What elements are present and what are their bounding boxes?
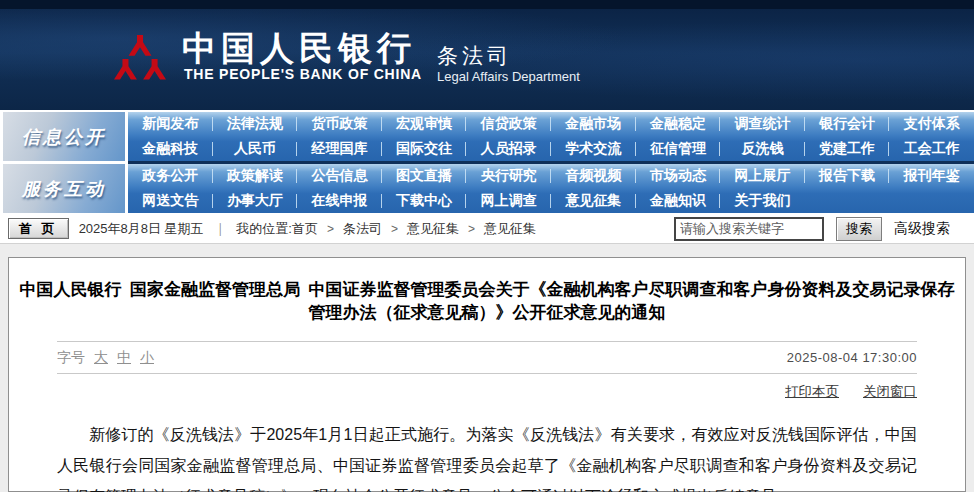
breadcrumb-link[interactable]: 首页 bbox=[292, 220, 318, 238]
location-label: 我的位置: bbox=[236, 220, 292, 238]
nav-item[interactable]: 人民币 bbox=[213, 137, 298, 162]
nav-row: 网送文告 办事大厅 在线申报 下载中心 网上调查 意见征集 金融知识 关于我们 bbox=[128, 189, 974, 214]
nav-item[interactable]: 新闻发布 bbox=[128, 112, 213, 137]
nav-item[interactable]: 市场动态 bbox=[636, 164, 721, 189]
nav-row: 新闻发布 法律法规 货币政策 宏观审慎 信贷政策 金融市场 金融稳定 调查统计 … bbox=[128, 112, 974, 137]
nav-item[interactable]: 办事大厅 bbox=[213, 189, 298, 214]
main-navigation: 信息公开 新闻发布 法律法规 货币政策 宏观审慎 信贷政策 金融市场 金融稳定 … bbox=[0, 110, 974, 214]
nav-item[interactable]: 网送文告 bbox=[128, 189, 213, 214]
search-input[interactable] bbox=[674, 217, 824, 241]
nav-item[interactable]: 法律法规 bbox=[213, 112, 298, 137]
nav-item[interactable]: 央行研究 bbox=[466, 164, 551, 189]
breadcrumb-link[interactable]: 意见征集 bbox=[407, 220, 459, 238]
nav-item[interactable]: 调查统计 bbox=[720, 112, 805, 137]
nav-item[interactable]: 人员招录 bbox=[466, 137, 551, 162]
department-name-cn: 条法司 bbox=[437, 42, 512, 70]
nav-item[interactable]: 报刊年鉴 bbox=[889, 164, 974, 189]
nav-item[interactable]: 货币政策 bbox=[297, 112, 382, 137]
nav-item[interactable]: 图文直播 bbox=[382, 164, 467, 189]
nav-band-info-disclosure: 信息公开 新闻发布 法律法规 货币政策 宏观审慎 信贷政策 金融市场 金融稳定 … bbox=[0, 112, 974, 161]
nav-item[interactable]: 经理国库 bbox=[297, 137, 382, 162]
print-page-link[interactable]: 打印本页 bbox=[785, 383, 839, 401]
nav-item[interactable]: 反洗钱 bbox=[720, 137, 805, 162]
nav-item[interactable]: 征信管理 bbox=[636, 137, 721, 162]
nav-item[interactable]: 下载中心 bbox=[382, 189, 467, 214]
current-date: 2025年8月8日 星期五 bbox=[79, 220, 204, 238]
close-window-link[interactable]: 关闭窗口 bbox=[863, 383, 917, 401]
font-size-small-link[interactable]: 小 bbox=[140, 349, 154, 367]
nav-item[interactable]: 党建工作 bbox=[805, 137, 890, 162]
breadcrumb-separator: > bbox=[468, 222, 475, 236]
nav-item[interactable]: 政务公开 bbox=[128, 164, 213, 189]
bank-name-en: THE PEOPLE'S BANK OF CHINA bbox=[184, 66, 422, 82]
breadcrumb-separator: > bbox=[327, 222, 334, 236]
nav-tab-service-interaction[interactable]: 服务互动 bbox=[3, 161, 125, 213]
font-size-medium-link[interactable]: 中 bbox=[117, 349, 131, 367]
article-body: 新修订的《反洗钱法》于2025年1月1日起正式施行。为落实《反洗钱法》有关要求，… bbox=[57, 419, 917, 492]
home-button[interactable]: 首 页 bbox=[8, 218, 69, 239]
publish-datetime: 2025-08-04 17:30:00 bbox=[787, 350, 917, 365]
bank-logo-link[interactable]: 中国人民银行 THE PEOPLE'S BANK OF CHINA 条法司 Le… bbox=[0, 0, 600, 110]
nav-item[interactable]: 金融知识 bbox=[636, 189, 721, 214]
nav-item[interactable]: 网上展厅 bbox=[720, 164, 805, 189]
page: 中国人民银行 THE PEOPLE'S BANK OF CHINA 条法司 Le… bbox=[0, 0, 974, 492]
nav-item[interactable]: 支付体系 bbox=[889, 112, 974, 137]
nav-item[interactable]: 关于我们 bbox=[720, 189, 805, 214]
nav-item[interactable]: 工会工作 bbox=[889, 137, 974, 162]
article-actions-row: 打印本页 关闭窗口 bbox=[57, 374, 917, 410]
breadcrumb-separator: > bbox=[391, 222, 398, 236]
divider: ｜ bbox=[214, 220, 227, 238]
nav-tab-info-disclosure[interactable]: 信息公开 bbox=[3, 112, 125, 161]
nav-item[interactable]: 公告信息 bbox=[297, 164, 382, 189]
nav-menu-service-interaction: 政务公开 政策解读 公告信息 图文直播 央行研究 音频视频 市场动态 网上展厅 … bbox=[128, 161, 974, 213]
nav-item[interactable]: 报告下载 bbox=[805, 164, 890, 189]
content-area: 中国人民银行 国家金融监督管理总局 中国证券监督管理委员会关于《金融机构客户尽职… bbox=[0, 244, 974, 492]
nav-item[interactable]: 在线申报 bbox=[297, 189, 382, 214]
advanced-search-link[interactable]: 高级搜索 bbox=[894, 220, 950, 238]
article-meta-row: 字号 大 中 小 2025-08-04 17:30:00 bbox=[57, 341, 917, 374]
pboc-logo-icon bbox=[114, 24, 166, 92]
site-banner: 中国人民银行 THE PEOPLE'S BANK OF CHINA 条法司 Le… bbox=[0, 0, 974, 110]
breadcrumb-link[interactable]: 意见征集 bbox=[484, 220, 536, 238]
nav-row: 金融科技 人民币 经理国库 国际交往 人员招录 学术交流 征信管理 反洗钱 党建… bbox=[128, 137, 974, 162]
nav-item[interactable]: 金融稳定 bbox=[636, 112, 721, 137]
nav-item[interactable]: 国际交往 bbox=[382, 137, 467, 162]
nav-item[interactable]: 政策解读 bbox=[213, 164, 298, 189]
nav-item[interactable]: 音频视频 bbox=[551, 164, 636, 189]
article-box: 中国人民银行 国家金融监督管理总局 中国证券监督管理委员会关于《金融机构客户尽职… bbox=[8, 257, 966, 492]
nav-item[interactable]: 银行会计 bbox=[805, 112, 890, 137]
font-size-control: 字号 大 中 小 bbox=[57, 349, 154, 367]
nav-band-service-interaction: 服务互动 政务公开 政策解读 公告信息 图文直播 央行研究 音频视频 市场动态 … bbox=[0, 161, 974, 213]
font-size-label: 字号 bbox=[57, 349, 85, 367]
breadcrumb-link[interactable]: 条法司 bbox=[343, 220, 382, 238]
search-button[interactable]: 搜索 bbox=[836, 217, 882, 241]
breadcrumb-bar: 首 页 2025年8月8日 星期五 ｜ 我的位置: 首页 > 条法司 > 意见征… bbox=[0, 214, 974, 244]
article-title: 中国人民银行 国家金融监督管理总局 中国证券监督管理委员会关于《金融机构客户尽职… bbox=[17, 278, 957, 324]
nav-item[interactable]: 宏观审慎 bbox=[382, 112, 467, 137]
nav-row: 政务公开 政策解读 公告信息 图文直播 央行研究 音频视频 市场动态 网上展厅 … bbox=[128, 164, 974, 189]
nav-menu-info-disclosure: 新闻发布 法律法规 货币政策 宏观审慎 信贷政策 金融市场 金融稳定 调查统计 … bbox=[128, 112, 974, 161]
nav-empty-cell bbox=[805, 189, 974, 214]
nav-item[interactable]: 金融市场 bbox=[551, 112, 636, 137]
department-name-en: Legal Affairs Department bbox=[437, 69, 580, 84]
nav-item[interactable]: 意见征集 bbox=[551, 189, 636, 214]
font-size-large-link[interactable]: 大 bbox=[94, 349, 108, 367]
nav-item[interactable]: 网上调查 bbox=[466, 189, 551, 214]
nav-item[interactable]: 信贷政策 bbox=[466, 112, 551, 137]
nav-item[interactable]: 学术交流 bbox=[551, 137, 636, 162]
nav-item[interactable]: 金融科技 bbox=[128, 137, 213, 162]
